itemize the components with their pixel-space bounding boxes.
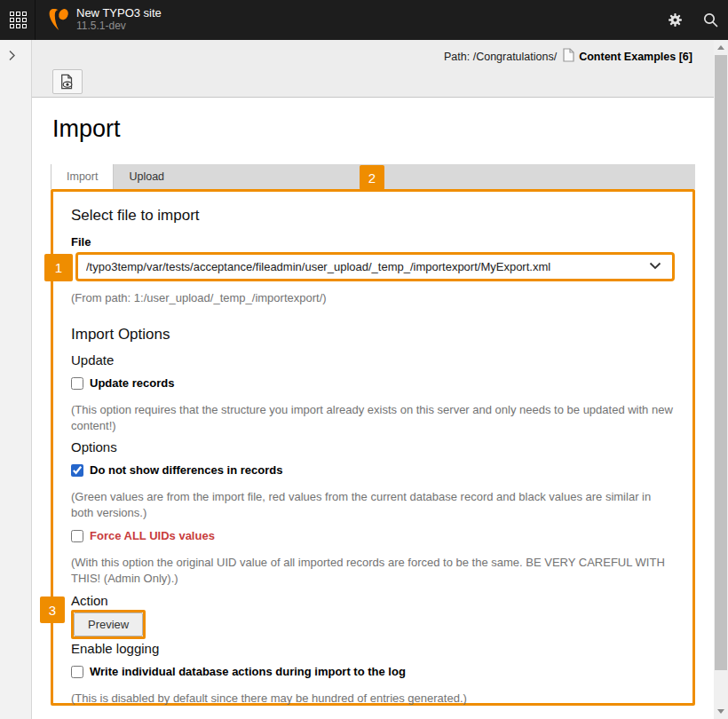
force-uids-row: Force ALL UIDs values [71,529,675,543]
scrollbar-thumb[interactable] [715,55,727,670]
search-icon [703,12,718,28]
breadcrumb: Path: /Congratulations/ Content Examples… [444,48,692,65]
highlight-badge-3: 3 [40,597,65,623]
modules-menu-button[interactable] [0,0,36,40]
log-row: Write individual database actions during… [71,665,675,679]
options-heading: Options [71,439,675,455]
chevron-right-icon [8,50,16,61]
tab-import[interactable]: Import [51,164,114,189]
import-tab-pane: Select file to import File /typo3temp/va… [51,189,695,706]
action-heading: Action [71,593,675,609]
page-title: Import [52,115,121,143]
grid-icon [10,12,27,28]
log-note: (This is disabled by default since there… [71,691,675,707]
force-uids-label[interactable]: Force ALL UIDs values [90,529,215,543]
docheader: Path: /Congratulations/ Content Examples… [32,40,714,98]
typo3-logo [46,7,71,36]
force-uids-checkbox[interactable] [71,530,83,542]
document-eye-icon [59,74,75,90]
update-heading: Update [71,352,675,368]
highlight-badge-2: 2 [360,165,384,190]
site-version: 11.5.1-dev [76,20,162,33]
arrow-down-icon[interactable] [717,709,724,714]
preview-button-highlight: Preview [71,610,146,639]
pagetree-sidebar [0,40,32,719]
update-records-row: Update records [71,376,675,391]
log-checkbox[interactable] [71,666,83,678]
file-select-wrap: /typo3temp/var/tests/acceptance/fileadmi… [71,252,675,281]
update-records-checkbox[interactable] [71,377,83,390]
from-path-note: (From path: 1:/user_upload/_temp_/import… [71,290,675,306]
no-diff-note: (Green values are from the import file, … [71,489,675,521]
no-diff-checkbox[interactable] [71,464,83,477]
breadcrumb-path: Path: /Congratulations/ [444,51,557,63]
highlight-badge-1: 1 [44,254,73,281]
log-label[interactable]: Write individual database actions during… [90,665,406,679]
arrow-up-icon[interactable] [717,45,724,50]
select-file-heading: Select file to import [71,207,675,225]
file-select[interactable]: /typo3temp/var/tests/acceptance/fileadmi… [75,252,675,281]
update-records-note: (This option requires that the structure… [71,402,675,434]
sidebar-expand-button[interactable] [8,49,24,65]
topbar: New TYPO3 site 11.5.1-dev [0,0,728,40]
no-diff-label[interactable]: Do not show differences in records [90,463,282,478]
settings-button[interactable] [657,0,692,40]
preview-document-button[interactable] [52,69,83,94]
update-records-label[interactable]: Update records [90,376,174,391]
site-info: New TYPO3 site 11.5.1-dev [76,6,162,33]
gear-icon [668,12,683,28]
file-label: File [71,235,675,249]
site-title: New TYPO3 site [76,6,162,20]
preview-button[interactable]: Preview [74,612,143,636]
no-diff-row: Do not show differences in records [71,463,675,478]
page-icon [563,48,574,65]
vertical-scrollbar[interactable] [714,40,728,719]
logging-heading: Enable logging [71,641,675,657]
module-body: Import Import Upload Select file to impo… [32,98,714,719]
force-uids-note: (With this option the original UID value… [71,555,675,587]
tab-upload[interactable]: Upload [114,164,179,189]
search-button[interactable] [692,0,728,40]
breadcrumb-record-title: Content Examples [6] [579,51,692,63]
import-options-heading: Import Options [71,326,675,344]
